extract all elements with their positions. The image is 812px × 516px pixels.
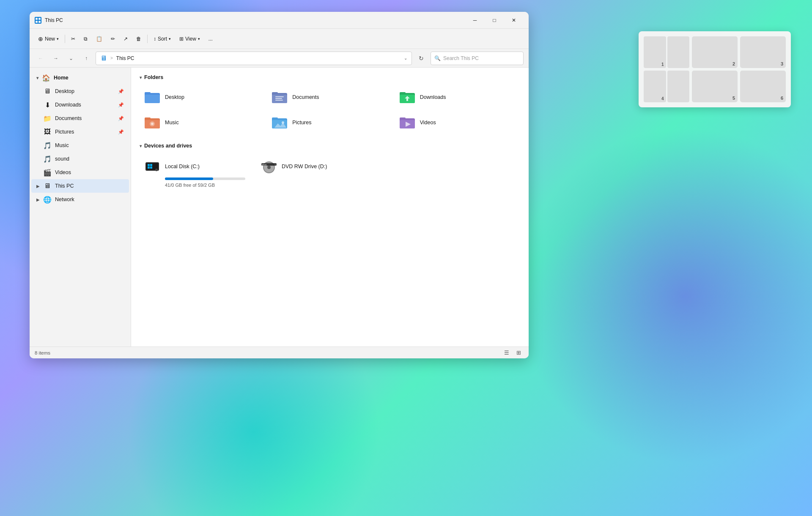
folder-music-name: Music [165,120,179,126]
sidebar-item-music[interactable]: 🎵 Music [31,139,129,152]
sidebar-desktop-label: Desktop [55,88,74,94]
snap-overlay: 1 2 3 4 5 6 [639,31,791,107]
sort-button[interactable]: ↕ Sort ▾ [150,32,174,46]
rename-icon: ✏ [111,36,115,42]
address-input[interactable]: 🖥 > This PC ⌄ [96,52,412,65]
desktop-icon: 🖥 [43,87,52,95]
snap-cell-2-split[interactable] [667,36,690,68]
copy-button[interactable]: ⧉ [80,32,91,46]
sidebar-item-documents[interactable]: 📁 Documents 📌 [31,112,129,125]
svg-rect-2 [36,21,38,23]
devices-section-label: ▾ Devices and drives [140,143,520,149]
snap-cell-2[interactable]: 2 [692,36,738,68]
device-c-space: 41/0 GB free of 59/2 GB [165,183,245,188]
new-button[interactable]: ⊕ New ▾ [35,32,62,46]
folder-item-desktop[interactable]: Desktop [140,85,265,109]
network-icon: 🌐 [43,196,52,204]
sidebar-thispc-label: This PC [55,183,74,189]
folder-videos-name: Videos [420,120,436,126]
snap-cell-4[interactable]: 4 [644,71,666,102]
share-button[interactable]: ↗ [120,32,131,46]
status-bar: 8 items ☰ ⊞ [30,347,529,358]
grid-view-button[interactable]: ⊞ [513,348,524,358]
svg-rect-3 [38,21,41,23]
svg-point-40 [267,166,271,169]
refresh-button[interactable]: ↻ [415,52,427,64]
search-placeholder: Search This PC [443,55,479,61]
address-folder-icon: 🖥 [100,55,107,62]
device-item-d[interactable]: DVD DVD RW Drive (D:) [256,154,366,192]
minimize-button[interactable]: ─ [465,14,485,27]
rename-button[interactable]: ✏ [107,32,118,46]
folder-desktop-name: Desktop [165,94,184,100]
content-area: ▾ Folders Desktop [131,68,529,347]
documents-icon: 📁 [43,115,52,123]
svg-rect-15 [400,92,406,95]
back-button[interactable]: ← [35,52,47,64]
main-area: ▾ 🏠 Home 🖥 Desktop 📌 ⬇ Downloads 📌 📁 Doc… [30,68,529,347]
new-chevron-icon: ▾ [57,37,59,41]
forward-button[interactable]: → [50,52,62,64]
devices-chevron-icon: ▾ [140,144,142,148]
svg-rect-1 [38,18,41,20]
title-bar: This PC ─ □ ✕ [30,12,529,29]
svg-rect-5 [145,95,160,103]
snap-cell-6[interactable]: 6 [740,71,786,102]
sidebar-item-sound[interactable]: 🎵 sound [31,152,129,166]
folder-item-documents[interactable]: Documents [267,85,392,109]
sidebar-item-downloads[interactable]: ⬇ Downloads 📌 [31,98,129,112]
downloads-pin-icon: 📌 [118,102,124,108]
folder-downloads-icon [399,89,416,106]
maximize-button[interactable]: □ [485,14,504,27]
folders-chevron-icon: ▾ [140,75,142,80]
this-pc-icon: 🖥 [43,182,52,190]
sort-icon: ↕ [154,36,156,42]
devices-grid: Local Disk (C:) 41/0 GB free of 59/2 GB [140,154,520,192]
snap-cell-4r[interactable] [667,71,690,102]
snap-cell-3-label: 3 [781,61,783,66]
new-label: New [45,36,55,42]
snap-cell-3[interactable]: 3 [740,36,786,68]
svg-rect-34 [150,164,152,166]
desktop-pin-icon: 📌 [118,89,124,94]
sidebar-item-network[interactable]: ▶ 🌐 Network [31,193,129,206]
svg-rect-0 [36,18,38,20]
device-c-icon [144,158,161,175]
paste-button[interactable]: 📋 [93,32,106,46]
videos-icon: 🎬 [43,169,52,177]
status-count: 8 items [35,350,50,355]
view-button[interactable]: ⊞ View ▾ [176,32,203,46]
sound-icon: 🎵 [43,155,52,163]
separator-2 [147,35,148,43]
sidebar-item-videos[interactable]: 🎬 Videos [31,166,129,179]
close-button[interactable]: ✕ [504,14,524,27]
snap-cell-1[interactable]: 1 [644,36,666,68]
pictures-icon: 🖼 [43,128,52,136]
search-box[interactable]: 🔍 Search This PC [431,52,524,65]
sidebar-item-desktop[interactable]: 🖥 Desktop 📌 [31,85,129,98]
svg-rect-33 [148,164,150,166]
snap-cell-5[interactable]: 5 [692,71,738,102]
recent-button[interactable]: ⌄ [65,52,77,64]
folder-item-pictures[interactable]: Pictures [267,111,392,134]
folder-item-videos[interactable]: Videos [395,111,520,134]
delete-button[interactable]: 🗑 [133,32,145,46]
folders-grid: Desktop Documents [140,85,520,134]
sidebar-home[interactable]: ▾ 🏠 Home [31,71,129,85]
sidebar-item-this-pc[interactable]: ▶ 🖥 This PC [31,179,129,193]
svg-rect-10 [275,96,284,97]
more-button[interactable]: ... [205,32,216,46]
folders-section-label: ▾ Folders [140,74,520,80]
folder-item-music[interactable]: Music [140,111,265,134]
storage-bar-bg-c [165,177,245,180]
sidebar-item-pictures[interactable]: 🖼 Pictures 📌 [31,125,129,139]
share-icon: ↗ [123,36,128,42]
new-icon: ⊕ [38,35,43,42]
window-title: This PC [45,17,465,23]
folder-item-downloads[interactable]: Downloads [395,85,520,109]
list-view-button[interactable]: ☰ [502,348,512,358]
cut-button[interactable]: ✂ [68,32,79,46]
folder-videos-icon [399,114,416,131]
up-button[interactable]: ↑ [80,52,92,64]
device-item-c[interactable]: Local Disk (C:) 41/0 GB free of 59/2 GB [140,154,250,192]
